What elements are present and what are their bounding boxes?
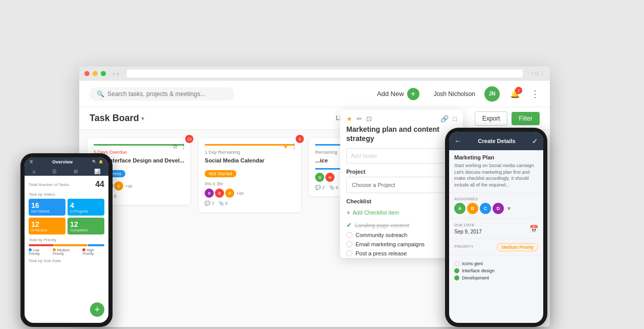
star-icon[interactable]: ★ bbox=[346, 115, 352, 123]
task-description: Start working on Social media camaign. L… bbox=[454, 162, 538, 188]
more-options-button[interactable]: ⋮ bbox=[530, 88, 540, 100]
user-avatar[interactable]: JN bbox=[484, 86, 500, 102]
title-section: Marketing Plan Start working on Social m… bbox=[449, 150, 543, 193]
comment-icon: 💬 2 bbox=[205, 201, 214, 206]
avatar-count: +10 bbox=[125, 184, 132, 189]
card-footer: 💬 2 📎 6 bbox=[205, 201, 295, 206]
copy-icon[interactable]: ⊡ bbox=[366, 115, 372, 123]
medium-priority-legend: Medium Priority bbox=[53, 248, 79, 255]
browser-titlebar: ‹ › ↑ □ ⋮ bbox=[79, 66, 550, 81]
avatar: C bbox=[114, 181, 123, 191]
filter-button[interactable]: Filter bbox=[512, 112, 540, 125]
checklist-item-4[interactable]: Post a press release bbox=[340, 249, 463, 258]
browser-nav: ‹ › bbox=[113, 71, 119, 77]
comment-icon: 💬 2 bbox=[315, 185, 325, 190]
share-icon[interactable]: ↑ bbox=[531, 71, 534, 76]
project-dropdown[interactable]: Choose a Project ▾ bbox=[346, 177, 457, 193]
mobile-app-title: Overview bbox=[33, 159, 92, 165]
check-done-icon: ✔ bbox=[346, 221, 352, 229]
kanban-card-2[interactable]: 1 Day Remaining Social Media Calendar ★ … bbox=[198, 138, 301, 212]
add-notes-field[interactable]: Add Notes bbox=[346, 148, 457, 163]
user-name: Josh Nicholson bbox=[434, 90, 475, 98]
card-color-bar bbox=[205, 144, 295, 146]
forward-nav[interactable]: › bbox=[117, 71, 118, 77]
mobile-screen-right: ← Create Details ✓ Marketing Plan Start … bbox=[449, 132, 543, 323]
search-input[interactable] bbox=[107, 90, 210, 98]
search-icon: 🔍 bbox=[97, 90, 104, 98]
home-icon[interactable]: ⌂ bbox=[33, 169, 36, 174]
due-date-section-label: Task by Due Date bbox=[29, 258, 104, 263]
search-bar[interactable]: 🔍 bbox=[90, 87, 234, 101]
project-placeholder: Choose a Project bbox=[352, 182, 395, 188]
detail-title: Create Details bbox=[464, 138, 529, 144]
status-in-review: 12 In Review bbox=[29, 218, 65, 234]
calendar-icon[interactable]: 📅 bbox=[529, 225, 538, 233]
chart-icon[interactable]: 📊 bbox=[94, 169, 100, 174]
check-empty-icon bbox=[454, 261, 459, 266]
mobile-phone-right: ← Create Details ✓ Marketing Plan Start … bbox=[445, 128, 547, 327]
checklist-item-text: Landing page content bbox=[355, 222, 409, 228]
card-title: Social Media Calendar bbox=[205, 157, 295, 164]
card-color-bar bbox=[94, 144, 184, 146]
project-section-label: Project bbox=[340, 169, 463, 177]
status-in-progress: 4 In Progress bbox=[68, 199, 104, 216]
center-panel: ★ ✏ ⊡ 🔗 □ Marketing plan and content str… bbox=[340, 110, 463, 258]
link-icon[interactable]: 🔗 bbox=[440, 115, 449, 123]
check-empty-icon bbox=[346, 232, 352, 238]
priority-bar bbox=[29, 244, 104, 246]
high-priority-bar bbox=[29, 244, 54, 246]
bookmark-icon[interactable]: □ bbox=[536, 71, 538, 76]
avatar-count: +10 bbox=[236, 191, 243, 196]
browser-maximize-dot[interactable] bbox=[101, 71, 106, 76]
card-progress-text: 0% 0 3hr bbox=[205, 181, 295, 186]
card-more-icon[interactable]: ⋮ bbox=[291, 142, 298, 150]
more-icon[interactable]: ⋮ bbox=[540, 71, 545, 76]
browser-actions: ↑ □ ⋮ bbox=[531, 71, 545, 76]
mobile-bottom-nav: ⌂ ☰ ⊞ 📊 bbox=[25, 167, 108, 176]
mobile-add-button[interactable]: + bbox=[90, 302, 104, 317]
card-count-badge: 9 bbox=[296, 135, 304, 143]
browser-addressbar[interactable] bbox=[127, 69, 523, 78]
add-checklist-button[interactable]: + Add Checklist item bbox=[340, 207, 463, 220]
priority-badge[interactable]: Medium Priority bbox=[497, 243, 538, 251]
card-star-icon[interactable]: ☆ bbox=[172, 143, 178, 150]
export-button[interactable]: Export bbox=[475, 111, 508, 126]
title-dropdown-arrow[interactable]: ▾ bbox=[141, 115, 144, 122]
bell-icon[interactable]: 🔔 bbox=[99, 160, 103, 164]
avatar: H bbox=[325, 173, 335, 182]
checklist-item-r1: Icons geni bbox=[454, 260, 538, 267]
checklist-item-3[interactable]: Email marketing campaigns bbox=[340, 240, 463, 249]
notes-placeholder: Add Notes bbox=[351, 153, 377, 159]
grid-icon[interactable]: ⊞ bbox=[74, 169, 78, 174]
share-icon[interactable]: □ bbox=[453, 115, 457, 123]
detail-header: ← Create Details ✓ bbox=[449, 132, 543, 150]
checklist-item-2[interactable]: Community outreach bbox=[340, 230, 463, 240]
total-tasks-number: 44 bbox=[95, 180, 104, 189]
checklist-text: Interface design bbox=[462, 268, 495, 273]
back-nav[interactable]: ‹ bbox=[113, 71, 115, 77]
card-overdue-label: 5 Days Overdue bbox=[94, 150, 184, 155]
card-more-icon[interactable]: ⋮ bbox=[180, 142, 187, 150]
medium-priority-bar bbox=[54, 244, 87, 246]
add-new-button[interactable]: Add New + bbox=[377, 88, 419, 100]
check-done-icon bbox=[454, 268, 459, 273]
checklist-text: Development bbox=[462, 275, 489, 280]
checklist-section: Icons geni Interface design Development bbox=[449, 256, 543, 286]
status-section-label: Task by Status bbox=[29, 192, 104, 197]
card-count-badge: 15 bbox=[185, 135, 193, 143]
expand-assignees-icon[interactable]: ▾ bbox=[507, 205, 510, 212]
search-icon[interactable]: 🔍 bbox=[92, 160, 97, 164]
confirm-button[interactable]: ✓ bbox=[532, 137, 538, 145]
panel-icon-row: ★ ✏ ⊡ bbox=[346, 115, 372, 123]
notification-button[interactable]: 🔔 1 bbox=[510, 89, 520, 99]
back-button[interactable]: ← bbox=[454, 137, 461, 145]
panel-header: ★ ✏ ⊡ 🔗 □ bbox=[340, 110, 463, 125]
notification-badge: 1 bbox=[515, 87, 522, 94]
card-star-icon[interactable]: ★ bbox=[283, 143, 288, 150]
browser-close-dot[interactable] bbox=[84, 71, 90, 76]
browser-minimize-dot[interactable] bbox=[93, 71, 98, 76]
edit-icon[interactable]: ✏ bbox=[357, 115, 362, 123]
checklist-item-1[interactable]: ✔ Landing page content bbox=[340, 220, 463, 230]
list-icon[interactable]: ☰ bbox=[52, 169, 57, 174]
priority-label: Priority bbox=[454, 244, 474, 249]
